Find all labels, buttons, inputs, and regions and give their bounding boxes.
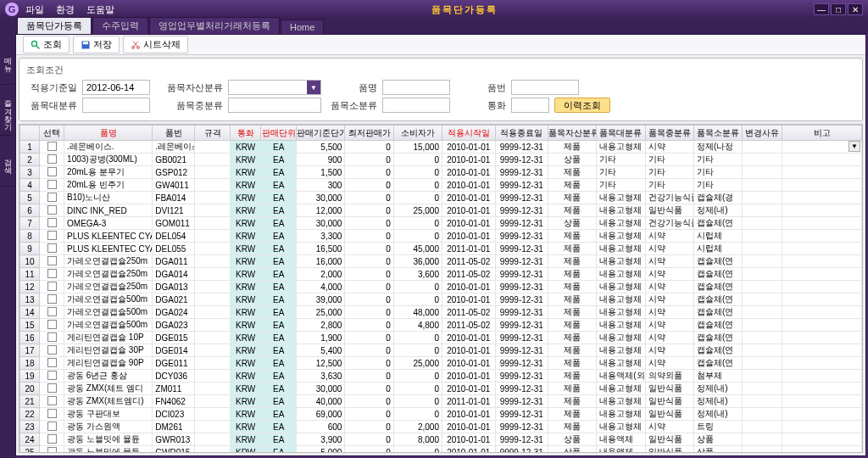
cell[interactable]: KRW (230, 230, 260, 243)
tab-item-price[interactable]: 품목단가등록 (17, 17, 92, 34)
table-row[interactable]: 7OMEGA-3GOM011KRWEA30,000002010-01-01999… (20, 217, 862, 230)
cell[interactable] (743, 370, 782, 383)
cell-select[interactable] (39, 344, 64, 357)
cell[interactable]: 0 (393, 217, 442, 230)
cell[interactable]: 상품 (548, 217, 597, 230)
cell[interactable] (743, 357, 782, 370)
cell[interactable] (195, 306, 231, 319)
table-row[interactable]: 13가레오연결캡슐500mDGA021KRWEA39,000002010-01-… (20, 293, 862, 306)
cell[interactable]: 9999-12-31 (495, 344, 548, 357)
cell[interactable]: 5,000 (297, 446, 345, 454)
cell[interactable]: 2,000 (393, 421, 442, 433)
checkbox[interactable] (47, 383, 57, 393)
cell[interactable]: 0 (393, 344, 442, 357)
cell[interactable]: 8,000 (393, 433, 442, 446)
cell[interactable]: 0 (393, 408, 442, 421)
chevron-down-icon[interactable]: ▼ (307, 81, 320, 94)
cell[interactable] (743, 446, 782, 454)
table-row[interactable]: 420mL용 빈주기GW4011KRWEA300002010-01-019999… (20, 179, 862, 192)
cell[interactable]: GB0021 (153, 154, 195, 166)
cell-select[interactable] (39, 243, 64, 255)
cell[interactable] (195, 179, 231, 192)
cell[interactable] (195, 243, 231, 255)
cell[interactable]: 9999-12-31 (495, 421, 548, 433)
cell-select[interactable] (39, 293, 64, 306)
col-header-12[interactable]: 품목대분류 (597, 126, 645, 141)
checkbox[interactable] (47, 154, 57, 164)
cell[interactable]: 36,000 (393, 255, 442, 268)
col-header-8[interactable]: 소비자가 (393, 126, 442, 141)
cell[interactable]: 상품 (548, 446, 597, 454)
col-header-1[interactable]: 품명 (64, 126, 153, 141)
col-header-5[interactable]: 판매단위 (261, 126, 297, 141)
cell[interactable]: 9999-12-31 (495, 395, 548, 408)
cell[interactable]: B10)노니산 (64, 192, 153, 204)
cell[interactable]: 시약 (645, 255, 693, 268)
cell-select[interactable] (39, 383, 64, 395)
cell[interactable] (743, 268, 782, 281)
cell[interactable]: EA (261, 255, 297, 268)
cell[interactable] (195, 268, 231, 281)
cell[interactable]: 2010-01-01 (442, 332, 495, 344)
cell[interactable]: 0 (345, 446, 393, 454)
table-row[interactable]: 21광동 ZMX(체트엠디)FN4062KRWEA40,000002011-01… (20, 395, 862, 408)
cell[interactable] (782, 383, 862, 395)
cell[interactable] (195, 166, 231, 179)
cell[interactable]: .레몬베이스. (153, 141, 195, 154)
cell[interactable]: 2010-01-01 (442, 408, 495, 421)
cell[interactable] (782, 154, 862, 166)
cell[interactable] (782, 344, 862, 357)
cell[interactable]: EA (261, 421, 297, 433)
cell[interactable]: 게리틴연결캡슐 90P (64, 357, 153, 370)
cell[interactable]: 내용고형체 (597, 255, 645, 268)
col-header-3[interactable]: 규격 (195, 126, 231, 141)
cell[interactable]: 캡슐체(연 (693, 332, 742, 344)
cell[interactable]: 0 (393, 230, 442, 243)
cell[interactable] (782, 255, 862, 268)
checkbox[interactable] (47, 447, 57, 454)
cell[interactable]: DGE015 (153, 332, 195, 344)
checkbox[interactable] (47, 332, 57, 342)
first-row-dropdown[interactable]: ▼ (849, 141, 860, 152)
cell[interactable]: 제품 (548, 268, 597, 281)
cell[interactable]: 2010-01-01 (442, 293, 495, 306)
cell[interactable]: 시약 (645, 332, 693, 344)
cell[interactable]: 48,000 (393, 306, 442, 319)
cell[interactable]: EA (261, 344, 297, 357)
cell[interactable]: 2,000 (297, 268, 345, 281)
checkbox[interactable] (47, 358, 57, 367)
cell[interactable]: 0 (345, 433, 393, 446)
cell[interactable]: 시약 (645, 243, 693, 255)
cell[interactable]: 캡슐체(연 (693, 319, 742, 332)
cell[interactable]: KRW (230, 293, 260, 306)
cell[interactable]: 5,400 (297, 344, 345, 357)
cell[interactable]: EA (261, 370, 297, 383)
cell[interactable]: 12,500 (297, 357, 345, 370)
cell[interactable]: 광동 구판대보 (64, 408, 153, 421)
cell-select[interactable] (39, 281, 64, 293)
table-row[interactable]: 16게리틴연결캡슐 10PDGE015KRWEA1,900002010-01-0… (20, 332, 862, 344)
cell[interactable]: PLUS KLEENTEC CYAN (64, 243, 153, 255)
cell[interactable]: EA (261, 281, 297, 293)
cell[interactable]: KRW (230, 268, 260, 281)
cell[interactable]: 0 (345, 421, 393, 433)
cell[interactable]: 2010-01-01 (442, 421, 495, 433)
sidebar-favorite[interactable]: 즐겨찾기 (0, 85, 15, 136)
cell[interactable]: GOM011 (153, 217, 195, 230)
cell[interactable]: DCY036 (153, 370, 195, 383)
col-header-6[interactable]: 판매기준단가 (297, 126, 345, 141)
cell[interactable]: 0 (345, 179, 393, 192)
cell[interactable]: 제품 (548, 179, 597, 192)
cell[interactable] (743, 433, 782, 446)
combo-asset-class[interactable]: ▼ (228, 80, 321, 95)
cell[interactable]: 0 (345, 370, 393, 383)
cell[interactable]: 9999-12-31 (495, 446, 548, 454)
cell[interactable]: GWR013 (153, 433, 195, 446)
cell[interactable]: 30,000 (297, 383, 345, 395)
cell[interactable]: 0 (345, 255, 393, 268)
table-row[interactable]: 8PLUS KLEENTEC CYANDEL054KRWEA3,30000201… (20, 230, 862, 243)
table-row[interactable]: 21003)공병(300ML)GB0021KRWEA900002010-01-0… (20, 154, 862, 166)
cell-select[interactable] (39, 332, 64, 344)
table-row[interactable]: 320mL용 분무기GSP012KRWEA1,500002010-01-0199… (20, 166, 862, 179)
cell[interactable]: 0 (393, 332, 442, 344)
